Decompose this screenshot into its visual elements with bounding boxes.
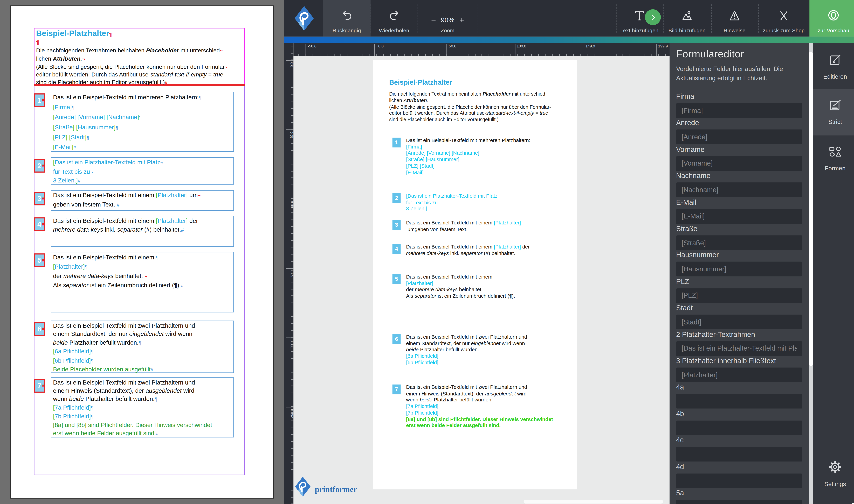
rail-item-edit[interactable]: Editieren [813, 53, 854, 80]
field-input-E-Mail[interactable] [676, 209, 802, 223]
horizontal-scrollbar[interactable] [524, 500, 663, 503]
text-line: für Text bis zu [406, 199, 498, 205]
back-to-shop-button[interactable]: zurück zum Shop [758, 0, 809, 37]
ruler-tick [447, 54, 447, 56]
undo-button[interactable]: Rückgängig [323, 0, 370, 37]
block-number-badge: 7# [34, 379, 45, 393]
layout-text-block-4[interactable]: Das ist ein Beispiel-Textfeld mit einem … [51, 216, 234, 247]
ruler-tick [658, 54, 659, 56]
image-icon [680, 9, 694, 27]
redo-button[interactable]: Wiederholen [371, 0, 418, 37]
layout-text-block-1[interactable]: Das ist ein Beispiel-Textfeld mit mehrer… [51, 92, 234, 152]
ruler-tick [291, 157, 294, 157]
text-line: [Platzhalter]¶ [53, 262, 233, 271]
text-line: [E-Mail]# [53, 143, 233, 152]
ruler-tick [665, 54, 666, 56]
ruler-tick [291, 164, 294, 164]
preview-text-block-3: Das ist ein Beispiel-Textfeld mit einem … [406, 219, 521, 232]
ruler-tick [291, 365, 294, 365]
ruler-tick [291, 46, 294, 47]
layout-text-block-7[interactable]: Das ist ein Beispiel-Textfeld mit zwei P… [51, 377, 234, 437]
collapse-sidebar-button[interactable] [645, 9, 661, 25]
text-line: editor befüllt werden. Durch das Attribu… [36, 71, 227, 79]
vertical-ruler: 0.050.0100.0150.0200.0250.0 [284, 43, 293, 504]
ruler-tick [291, 483, 294, 483]
field-input-PLZ[interactable] [676, 288, 802, 303]
text-line: sind die Placeholder auch im Editor vora… [389, 117, 551, 123]
text-line: [7a Pflichtfeld]¶ [53, 404, 233, 412]
text-line: Das ist ein Beispiel-Textfeld mit einem … [406, 244, 530, 250]
field-label-Hausnummer: Hausnummer [676, 251, 719, 259]
ruler-tick [291, 351, 294, 352]
eye-icon [826, 8, 840, 27]
field-input-4c[interactable] [676, 447, 802, 462]
add-text-label: Text hinzufügen [621, 27, 659, 33]
rail-strict-label: Strict [829, 119, 842, 125]
zoom-out-button[interactable]: − [431, 16, 436, 24]
ruler-tick [291, 115, 294, 116]
text-line: (Alle Blöcke sind gesperrt, die Placehol… [389, 104, 551, 111]
text-line: mehrere data-keys inkl. separator (#) be… [406, 250, 530, 256]
ruler-tick [496, 54, 496, 56]
text-line: erst wenn beide Felder ausgefüllt sind. [406, 422, 553, 429]
ruler-tick [390, 54, 390, 56]
ruler-tick [602, 54, 602, 56]
text-line: Beide Placeholder wurden ausgefüllt# [53, 365, 233, 375]
field-input-4a[interactable] [676, 394, 802, 409]
ruler-tick [376, 54, 377, 56]
text-line: [Platzhalter] [406, 280, 515, 286]
sidebar-scrollbar-thumb[interactable] [809, 52, 813, 366]
layout-text-block-5[interactable]: Das ist ein Beispiel-Textfeld mit einem … [51, 252, 234, 312]
sidebar-subtitle: Vordefinierte Felder hier ausfüllen. Die… [676, 65, 803, 83]
text-line: wenn beide Platzhalter befüllt wurden.¶ [53, 395, 233, 404]
field-input-3 Platzhalter innerhalb Fließtext[interactable] [676, 367, 802, 382]
ruler-tick-label: 0.0 [290, 62, 293, 67]
field-input-5a[interactable] [676, 500, 802, 504]
add-image-button[interactable]: Bild hinzufügen [663, 0, 711, 37]
text-line: 3 Zeilen.] [406, 206, 498, 212]
editor-canvas[interactable]: Beispiel-Platzhalter Die nachfolgenden T… [293, 56, 669, 504]
field-input-2 Platzhalter-Textrahmen[interactable] [676, 341, 802, 356]
layout-text-block-6[interactable]: Das ist ein Beispiel-Textfeld mit zwei P… [51, 321, 234, 373]
ruler-tick [291, 150, 294, 150]
field-input-Hausnummer[interactable] [676, 262, 802, 276]
rail-item-shapes[interactable]: Formen [813, 145, 854, 172]
ruler-tick [545, 54, 546, 56]
ruler-tick [291, 393, 294, 393]
zoom-in-button[interactable]: + [459, 16, 464, 24]
text-line: Das ist ein Beispiel-Textfeld mit zwei P… [406, 384, 553, 390]
close-icon [777, 9, 790, 27]
text-line: Das ist ein Beispiel-Textfeld mit einem … [53, 191, 233, 200]
ruler-tick [291, 317, 294, 317]
ruler-tick [588, 54, 588, 56]
ruler-tick [291, 261, 294, 262]
hints-button[interactable]: Hinweise [711, 0, 758, 37]
field-input-Stadt[interactable] [676, 315, 802, 329]
preview-block-number-badge: 7 [393, 384, 401, 394]
ruler-major-tick [286, 407, 294, 408]
field-label-4a: 4a [676, 383, 684, 391]
redo-label: Wiederholen [379, 27, 409, 33]
field-input-Straße[interactable] [676, 235, 802, 250]
layout-page: Beispiel-Platzhalter¶ ¶ Die nachfolgende… [11, 5, 274, 499]
rail-item-strict[interactable]: Strict [813, 89, 854, 136]
rail-item-settings[interactable]: Settings [813, 459, 854, 487]
field-input-Firma[interactable] [676, 103, 802, 118]
field-input-4d[interactable] [676, 473, 802, 488]
field-input-Anrede[interactable] [676, 130, 802, 144]
field-input-Nachname[interactable] [676, 182, 802, 197]
ruler-tick [291, 192, 294, 192]
ruler-tick [291, 303, 294, 303]
field-label-3 Platzhalter innerhalb Fließtext: 3 Platzhalter innerhalb Fließtext [676, 357, 776, 365]
layout-text-block-3[interactable]: Das ist ein Beispiel-Textfeld mit einem … [51, 190, 234, 211]
field-input-4b[interactable] [676, 420, 802, 435]
field-input-Vorname[interactable] [676, 156, 802, 171]
printformer-editor-app: Beispiel-Platzhalter¶ ¶ Die nachfolgende… [0, 0, 854, 504]
ruler-tick-label: 150.0 [290, 270, 293, 279]
preview-label: zur Vorschau [818, 27, 849, 33]
layout-text-block-2[interactable]: [Das ist ein Platzhalter-Textfeld mit Pl… [51, 157, 234, 185]
ruler-tick [644, 54, 644, 56]
ruler-tick [623, 54, 623, 56]
ruler-tick [291, 53, 294, 53]
preview-button[interactable]: zur Vorschau [809, 0, 854, 37]
